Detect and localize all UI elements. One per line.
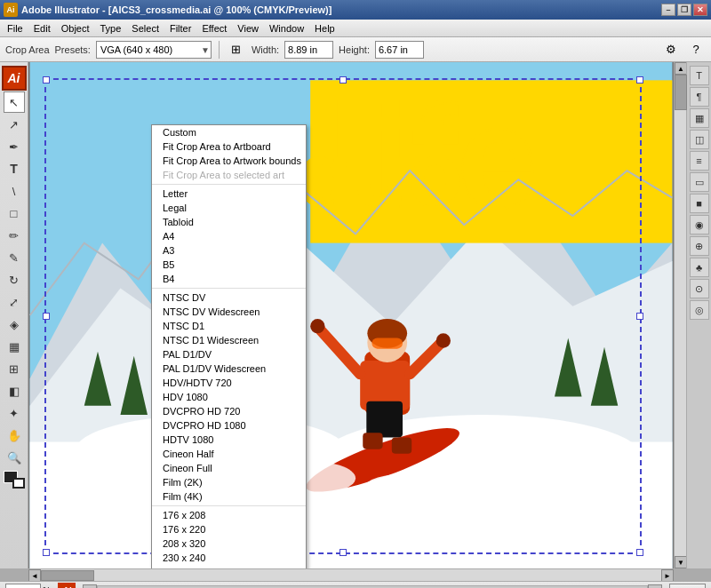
dropdown-item[interactable]: Film (4K) bbox=[152, 489, 306, 504]
presets-select[interactable]: VGA (640 x 480) bbox=[96, 41, 212, 59]
column-graph-tool[interactable]: ▦ bbox=[4, 336, 25, 357]
line-tool[interactable]: \ bbox=[4, 180, 25, 202]
dropdown-item[interactable]: NTSC DV bbox=[152, 290, 306, 305]
scale-tool[interactable]: ⤢ bbox=[4, 291, 25, 313]
right-panel-panel4-icon[interactable]: ◫ bbox=[690, 130, 709, 149]
eyedropper-tool[interactable]: ✦ bbox=[4, 402, 25, 424]
scroll-track-v[interactable] bbox=[675, 75, 686, 556]
right-panel-target-icon[interactable]: ⊙ bbox=[690, 279, 709, 298]
menu-effect[interactable]: Effect bbox=[196, 21, 232, 36]
dropdown-item[interactable]: Fit Crop Area to Artboard bbox=[152, 139, 306, 154]
height-input[interactable] bbox=[375, 41, 424, 59]
stroke-swatch[interactable] bbox=[12, 478, 25, 489]
dropdown-item[interactable]: DVCPRO HD 1080 bbox=[152, 418, 306, 433]
menu-view[interactable]: View bbox=[232, 21, 264, 36]
dropdown-item[interactable]: Fit Crop Area to Artwork bounds bbox=[152, 154, 306, 168]
status-scroll-right-btn[interactable]: ► bbox=[648, 584, 662, 589]
right-panel-club-icon[interactable]: ♣ bbox=[690, 258, 709, 277]
paintbrush-tool[interactable]: ✏ bbox=[4, 225, 25, 246]
type-tool[interactable]: T bbox=[4, 158, 25, 179]
pencil-tool[interactable]: ✎ bbox=[4, 247, 25, 268]
svg-rect-16 bbox=[371, 338, 403, 348]
menu-help[interactable]: Help bbox=[309, 21, 340, 36]
dropdown-item[interactable]: A4 bbox=[152, 229, 306, 243]
dropdown-item[interactable]: HDTV 1080 bbox=[152, 433, 306, 447]
restore-button[interactable]: ❐ bbox=[677, 4, 691, 16]
dropdown-divider bbox=[152, 184, 306, 185]
zoom-tool[interactable]: 🔍 bbox=[4, 447, 25, 468]
right-panel: T ¶ ▦ ◫ ≡ ▭ ■ ◉ ⊕ ♣ ⊙ ◎ bbox=[686, 62, 711, 568]
status-scroll-track[interactable] bbox=[97, 585, 648, 589]
hand-tool[interactable]: ✋ bbox=[4, 425, 25, 446]
status-scroll-left-btn[interactable]: ◄ bbox=[83, 584, 97, 589]
right-panel-type-icon[interactable]: T bbox=[690, 66, 709, 85]
right-panel-align-icon[interactable]: ▭ bbox=[690, 172, 709, 192]
right-panel-lines-icon[interactable]: ≡ bbox=[690, 151, 709, 171]
dropdown-item[interactable]: NTSC DV Widescreen bbox=[152, 305, 306, 319]
dropdown-item[interactable]: PAL D1/DV Widescreen bbox=[152, 362, 306, 376]
dropdown-item[interactable]: PAL D1/DV bbox=[152, 347, 306, 362]
dropdown-item[interactable]: A3 bbox=[152, 243, 306, 258]
blend-tool[interactable]: ◈ bbox=[4, 314, 25, 335]
dropdown-item[interactable]: DVCPRO HD 720 bbox=[152, 404, 306, 418]
scroll-track-h[interactable] bbox=[41, 569, 661, 581]
right-panel-paragraph-icon[interactable]: ¶ bbox=[690, 87, 709, 107]
dropdown-item[interactable]: Custom bbox=[152, 125, 306, 139]
height-label: Height: bbox=[339, 44, 370, 55]
canvas-area[interactable]: life life quo bbox=[28, 62, 674, 568]
open-button[interactable]: Open bbox=[669, 584, 706, 589]
dropdown-item[interactable]: Cineon Half bbox=[152, 447, 306, 461]
settings-icon-button[interactable]: ⚙ bbox=[661, 40, 681, 60]
close-button[interactable]: ✕ bbox=[693, 4, 707, 16]
rotate-tool[interactable]: ↻ bbox=[4, 269, 25, 290]
width-input[interactable] bbox=[284, 41, 333, 59]
scroll-left-button[interactable]: ◄ bbox=[28, 569, 41, 582]
dropdown-item[interactable]: Legal bbox=[152, 201, 306, 215]
selection-tool[interactable]: ↖ bbox=[4, 91, 25, 113]
dropdown-item[interactable]: 208 x 320 bbox=[152, 536, 306, 551]
pen-tool[interactable]: ✒ bbox=[4, 136, 25, 157]
right-panel-plus-icon[interactable]: ⊕ bbox=[690, 236, 709, 256]
dropdown-item[interactable]: Tabloid bbox=[152, 215, 306, 229]
width-label: Width: bbox=[252, 44, 279, 55]
dropdown-item[interactable]: NTSC D1 Widescreen bbox=[152, 333, 306, 347]
svg-text:quo: quo bbox=[297, 123, 463, 225]
right-panel-circle-icon[interactable]: ◉ bbox=[690, 215, 709, 234]
dropdown-item[interactable]: Film (2K) bbox=[152, 475, 306, 489]
svg-rect-22 bbox=[392, 437, 411, 453]
right-panel-swatch-icon[interactable]: ■ bbox=[690, 194, 709, 213]
gradient-tool[interactable]: ◧ bbox=[4, 380, 25, 401]
crop-icon-button[interactable]: ⊞ bbox=[227, 40, 246, 60]
dropdown-item[interactable]: HDV 1080 bbox=[152, 390, 306, 404]
scroll-thumb-v[interactable] bbox=[675, 75, 687, 110]
dropdown-item[interactable]: NTSC D1 bbox=[152, 319, 306, 333]
menu-select[interactable]: Select bbox=[126, 21, 164, 36]
right-panel-table-icon[interactable]: ▦ bbox=[690, 108, 709, 128]
direct-selection-tool[interactable]: ↗ bbox=[4, 114, 25, 135]
right-panel-layers-icon[interactable]: ◎ bbox=[690, 300, 709, 320]
menu-filter[interactable]: Filter bbox=[164, 21, 196, 36]
scroll-thumb-h[interactable] bbox=[41, 570, 94, 581]
dropdown-item[interactable]: 230 x 240 bbox=[152, 551, 306, 565]
dropdown-item[interactable]: B4 bbox=[152, 272, 306, 286]
scroll-right-button[interactable]: ► bbox=[661, 569, 674, 582]
dropdown-item[interactable]: 176 x 208 bbox=[152, 508, 306, 522]
menu-file[interactable]: File bbox=[2, 21, 28, 36]
scroll-down-button[interactable]: ▼ bbox=[675, 556, 687, 568]
dropdown-item[interactable]: B5 bbox=[152, 258, 306, 272]
dropdown-item[interactable]: 176 x 220 bbox=[152, 522, 306, 536]
dropdown-item[interactable]: Letter bbox=[152, 187, 306, 201]
minimize-button[interactable]: – bbox=[661, 4, 675, 16]
scroll-up-button[interactable]: ▲ bbox=[675, 62, 687, 75]
menu-type[interactable]: Type bbox=[95, 21, 127, 36]
info-icon-button[interactable]: ? bbox=[686, 40, 706, 60]
menu-edit[interactable]: Edit bbox=[28, 21, 56, 36]
dropdown-item[interactable]: HDV/HDTV 720 bbox=[152, 376, 306, 390]
dropdown-item[interactable]: 240 x 252 bbox=[152, 565, 306, 568]
menu-window[interactable]: Window bbox=[264, 21, 309, 36]
dropdown-item[interactable]: Cineon Full bbox=[152, 461, 306, 475]
menu-object[interactable]: Object bbox=[56, 21, 95, 36]
rectangle-tool[interactable]: □ bbox=[4, 203, 25, 224]
mesh-tool[interactable]: ⊞ bbox=[4, 358, 25, 379]
zoom-input[interactable] bbox=[5, 584, 41, 589]
